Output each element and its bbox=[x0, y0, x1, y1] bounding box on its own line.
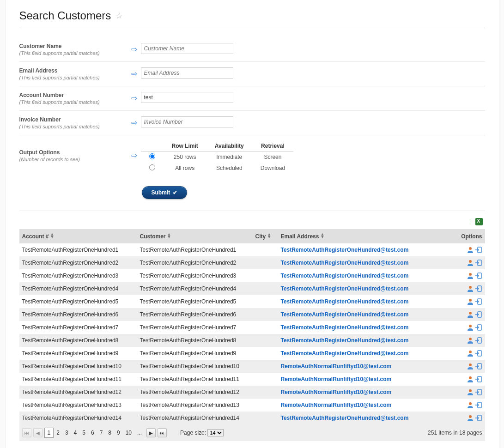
cell-options bbox=[457, 334, 485, 347]
view-customer-icon[interactable] bbox=[467, 246, 474, 254]
email-link[interactable]: TestRemoteAuthRegisterOneHundred@test.co… bbox=[281, 337, 409, 344]
login-as-icon[interactable] bbox=[475, 311, 482, 318]
email-link[interactable]: TestRemoteAuthRegisterOneHundred@test.co… bbox=[281, 311, 409, 318]
page-number[interactable]: 6 bbox=[88, 428, 97, 437]
login-as-icon[interactable] bbox=[475, 285, 482, 292]
svg-point-4 bbox=[469, 273, 472, 276]
email-link[interactable]: TestRemoteAuthRegisterOneHundred@test.co… bbox=[281, 324, 409, 331]
page-number[interactable]: 3 bbox=[62, 428, 71, 437]
row-output-options: Output Options (Number of records to see… bbox=[19, 135, 485, 179]
hint-email-address: (This field supports partial matches) bbox=[19, 75, 128, 80]
email-link[interactable]: TestRemoteAuthRegisterOneHundred@test.co… bbox=[281, 298, 409, 305]
col-retrieval: Retrieval bbox=[252, 141, 293, 151]
svg-point-20 bbox=[469, 376, 472, 379]
view-customer-icon[interactable] bbox=[467, 401, 474, 409]
svg-point-10 bbox=[469, 312, 472, 315]
account-number-input[interactable] bbox=[141, 92, 233, 103]
login-as-icon[interactable] bbox=[475, 246, 482, 254]
cell-options bbox=[457, 295, 485, 308]
col-email[interactable]: Email Address▲▼ bbox=[278, 229, 457, 243]
email-link[interactable]: RemoteAuthNormalRunfiftyd10@test.com bbox=[281, 376, 392, 382]
page-number[interactable]: 5 bbox=[79, 428, 88, 437]
svg-point-12 bbox=[469, 325, 472, 327]
page-number[interactable]: 8 bbox=[105, 428, 114, 437]
email-address-input[interactable] bbox=[141, 67, 233, 79]
page-number[interactable]: 7 bbox=[97, 428, 106, 437]
cell-customer: TestRemoteAuthRegisterOneHundred7 bbox=[137, 321, 253, 334]
page-number[interactable]: 10 bbox=[123, 428, 134, 437]
cell-customer: TestRemoteAuthRegisterOneHundred13 bbox=[137, 399, 253, 412]
view-customer-icon[interactable] bbox=[467, 298, 474, 305]
cell-account: TestRemoteAuthRegisterOneHundred1 bbox=[19, 243, 137, 256]
cell-customer: TestRemoteAuthRegisterOneHundred14 bbox=[137, 412, 253, 424]
hint-output-options: (Number of records to see) bbox=[19, 157, 128, 162]
email-link[interactable]: TestRemoteAuthRegisterOneHundred@test.co… bbox=[281, 247, 409, 253]
email-link[interactable]: RemoteAuthNormalRunfiftyd10@test.com bbox=[281, 402, 392, 408]
invoice-number-input[interactable] bbox=[141, 116, 233, 127]
label-invoice-number: Invoice Number bbox=[19, 116, 128, 123]
submit-button[interactable]: Submit✔ bbox=[142, 186, 188, 199]
email-link[interactable]: RemoteAuthNormalRunfiftyd10@test.com bbox=[281, 363, 392, 369]
login-as-icon[interactable] bbox=[475, 388, 482, 396]
col-city[interactable]: City▲▼ bbox=[253, 229, 278, 243]
arrow-right-icon: ⇨ bbox=[131, 45, 137, 54]
sort-icon: ▲▼ bbox=[167, 233, 171, 238]
login-as-icon[interactable] bbox=[475, 363, 482, 370]
arrow-right-icon: ⇨ bbox=[131, 118, 137, 127]
page-number[interactable]: ... bbox=[134, 428, 145, 437]
cell-options bbox=[457, 256, 485, 269]
pager-last-button[interactable]: ⏭ bbox=[158, 428, 167, 437]
radio-250-rows[interactable] bbox=[149, 153, 155, 159]
view-customer-icon[interactable] bbox=[467, 388, 474, 396]
page-number[interactable]: 9 bbox=[114, 428, 123, 437]
row-account-number: Account Number (This field supports part… bbox=[19, 86, 485, 111]
view-customer-icon[interactable] bbox=[467, 311, 474, 318]
col-account[interactable]: Account #▲▼ bbox=[19, 229, 137, 243]
login-as-icon[interactable] bbox=[475, 324, 482, 331]
pager-first-button[interactable]: ⏮ bbox=[22, 428, 31, 437]
table-row: TestRemoteAuthRegisterOneHundred10TestRe… bbox=[19, 360, 485, 373]
row-invoice-number: Invoice Number (This field supports part… bbox=[19, 111, 485, 135]
label-email-address: Email Address bbox=[19, 67, 128, 74]
view-customer-icon[interactable] bbox=[467, 259, 474, 266]
view-customer-icon[interactable] bbox=[467, 324, 474, 331]
view-customer-icon[interactable] bbox=[467, 414, 474, 422]
email-link[interactable]: TestRemoteAuthRegisterOneHundred@test.co… bbox=[281, 272, 409, 279]
view-customer-icon[interactable] bbox=[467, 375, 474, 383]
login-as-icon[interactable] bbox=[475, 350, 482, 357]
col-customer[interactable]: Customer▲▼ bbox=[137, 229, 253, 243]
login-as-icon[interactable] bbox=[475, 298, 482, 305]
login-as-icon[interactable] bbox=[475, 272, 482, 279]
email-link[interactable]: RemoteAuthNormalRunfiftyd10@test.com bbox=[281, 389, 392, 395]
hint-account-number: (This field supports partial matches) bbox=[19, 99, 128, 105]
email-link[interactable]: TestRemoteAuthRegisterOneHundred@test.co… bbox=[281, 260, 409, 266]
radio-all-rows[interactable] bbox=[149, 164, 155, 170]
cell-account: TestRemoteAuthRegisterOneHundred14 bbox=[19, 412, 137, 424]
view-customer-icon[interactable] bbox=[467, 363, 474, 370]
customer-name-input[interactable] bbox=[141, 43, 233, 54]
view-customer-icon[interactable] bbox=[467, 350, 474, 357]
page-size-select[interactable]: 14 bbox=[207, 429, 224, 436]
page-number[interactable]: 2 bbox=[54, 428, 62, 437]
email-link[interactable]: TestRemoteAuthRegisterOneHundred@test.co… bbox=[281, 415, 409, 421]
login-as-icon[interactable] bbox=[475, 401, 482, 409]
view-customer-icon[interactable] bbox=[467, 337, 474, 344]
page-number[interactable]: 1 bbox=[44, 428, 54, 438]
view-customer-icon[interactable] bbox=[467, 285, 474, 292]
favorite-star-icon[interactable]: ☆ bbox=[115, 11, 123, 21]
email-link[interactable]: TestRemoteAuthRegisterOneHundred@test.co… bbox=[281, 285, 409, 292]
login-as-icon[interactable] bbox=[475, 337, 482, 344]
email-link[interactable]: TestRemoteAuthRegisterOneHundred@test.co… bbox=[281, 350, 409, 357]
cell-availability-1: Scheduled bbox=[206, 163, 252, 174]
view-customer-icon[interactable] bbox=[467, 272, 474, 279]
login-as-icon[interactable] bbox=[475, 375, 482, 383]
cell-customer: TestRemoteAuthRegisterOneHundred8 bbox=[137, 334, 253, 347]
pager-next-button[interactable]: ▶ bbox=[146, 428, 156, 437]
cell-account: TestRemoteAuthRegisterOneHundred6 bbox=[19, 308, 137, 321]
login-as-icon[interactable] bbox=[475, 259, 482, 266]
page-number[interactable]: 4 bbox=[71, 428, 80, 437]
table-row: TestRemoteAuthRegisterOneHundred9TestRem… bbox=[19, 347, 485, 360]
export-excel-icon[interactable] bbox=[475, 218, 483, 225]
pager-prev-button[interactable]: ◀ bbox=[33, 428, 43, 437]
login-as-icon[interactable] bbox=[475, 414, 482, 422]
